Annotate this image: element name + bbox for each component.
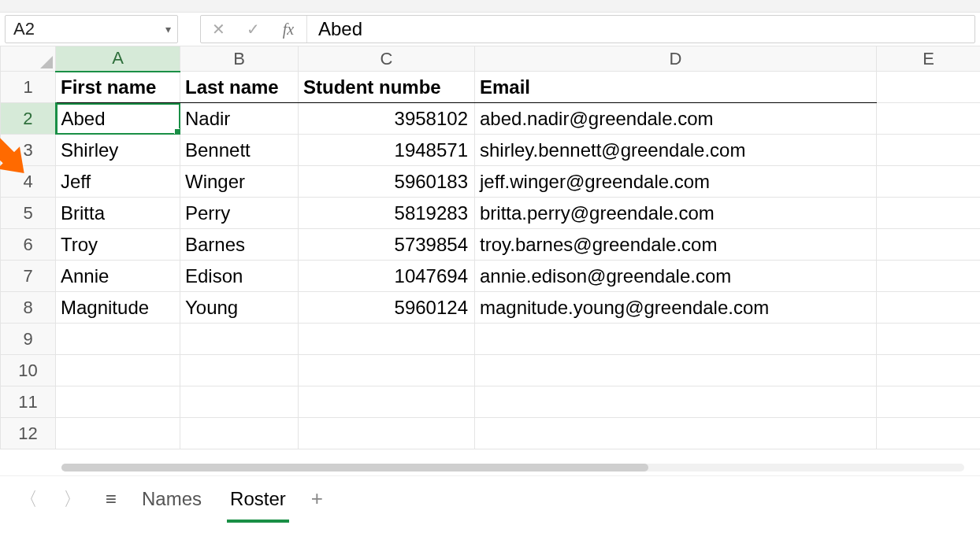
formula-input[interactable]: Abed — [307, 16, 974, 43]
cell-C11[interactable] — [299, 386, 475, 418]
cell-B12[interactable] — [180, 418, 299, 449]
plus-icon: + — [311, 486, 323, 510]
cell-E9[interactable] — [877, 324, 981, 355]
cell-D8[interactable]: magnitude.young@greendale.com — [475, 292, 877, 324]
row-header-7[interactable]: 7 — [1, 261, 56, 292]
cell-A4[interactable]: Jeff — [56, 166, 180, 198]
formula-bar: A2 ▾ ✕ ✓ fx Abed — [0, 13, 980, 46]
row-header-5[interactable]: 5 — [1, 198, 56, 229]
name-box[interactable]: A2 ▾ — [5, 15, 178, 43]
tab-label: Roster — [230, 488, 286, 509]
cell-D1[interactable]: Email — [475, 72, 877, 103]
cell-B1[interactable]: Last name — [180, 72, 299, 103]
cell-E10[interactable] — [877, 355, 981, 386]
cell-D6[interactable]: troy.barnes@greendale.com — [475, 229, 877, 261]
cell-C8[interactable]: 5960124 — [299, 292, 475, 324]
cell-D3[interactable]: shirley.bennett@greendale.com — [475, 135, 877, 166]
cell-A7[interactable]: Annie — [56, 261, 180, 292]
check-icon: ✓ — [247, 20, 260, 39]
cell-B2[interactable]: Nadir — [180, 103, 299, 135]
cell-C3[interactable]: 1948571 — [299, 135, 475, 166]
cell-E5[interactable] — [877, 198, 981, 229]
chevron-down-icon[interactable]: ▾ — [165, 23, 171, 35]
fx-icon[interactable]: fx — [270, 20, 306, 39]
cell-B3[interactable]: Bennett — [180, 135, 299, 166]
cell-D4[interactable]: jeff.winger@greendale.com — [475, 166, 877, 198]
cell-A9[interactable] — [56, 324, 180, 355]
cell-A3[interactable]: Shirley — [56, 135, 180, 166]
cell-A2[interactable]: Abed — [56, 103, 180, 135]
cell-D11[interactable] — [475, 386, 877, 418]
cell-C7[interactable]: 1047694 — [299, 261, 475, 292]
cell-E2[interactable] — [877, 103, 981, 135]
formula-input-group: ✕ ✓ fx Abed — [200, 15, 975, 43]
cell-C2[interactable]: 3958102 — [299, 103, 475, 135]
horizontal-scrollbar[interactable] — [61, 461, 964, 472]
row-header-1[interactable]: 1 — [1, 72, 56, 103]
row-header-2[interactable]: 2 — [1, 103, 56, 135]
row-header-12[interactable]: 12 — [1, 418, 56, 449]
row-header-9[interactable]: 9 — [1, 324, 56, 355]
cell-B10[interactable] — [180, 355, 299, 386]
column-header-A[interactable]: A — [56, 46, 180, 72]
select-all-corner[interactable] — [1, 46, 56, 72]
cell-A12[interactable] — [56, 418, 180, 449]
cell-A1[interactable]: First name — [56, 72, 180, 103]
cell-A11[interactable] — [56, 386, 180, 418]
all-sheets-button[interactable]: ≡ — [106, 488, 117, 510]
column-header-B[interactable]: B — [180, 46, 299, 72]
row-header-8[interactable]: 8 — [1, 292, 56, 324]
spreadsheet-grid[interactable]: A B C D E 1 First name Last name Student… — [0, 46, 980, 475]
cell-C4[interactable]: 5960183 — [299, 166, 475, 198]
cell-A5[interactable]: Britta — [56, 198, 180, 229]
row-header-6[interactable]: 6 — [1, 229, 56, 261]
next-sheet-button[interactable]: 〉 — [61, 486, 84, 512]
table-row: 10 — [1, 355, 981, 386]
cancel-button[interactable]: ✕ — [201, 16, 236, 43]
cell-C12[interactable] — [299, 418, 475, 449]
cell-A10[interactable] — [56, 355, 180, 386]
cell-A8[interactable]: Magnitude — [56, 292, 180, 324]
add-sheet-button[interactable]: + — [311, 486, 323, 511]
cell-B6[interactable]: Barnes — [180, 229, 299, 261]
cell-E7[interactable] — [877, 261, 981, 292]
tab-names[interactable]: Names — [139, 482, 205, 516]
tab-roster[interactable]: Roster — [227, 482, 289, 516]
cell-E8[interactable] — [877, 292, 981, 324]
cell-E3[interactable] — [877, 135, 981, 166]
cell-E11[interactable] — [877, 386, 981, 418]
row-header-11[interactable]: 11 — [1, 386, 56, 418]
cell-B9[interactable] — [180, 324, 299, 355]
accept-button[interactable]: ✓ — [236, 16, 270, 43]
cell-B8[interactable]: Young — [180, 292, 299, 324]
cell-D5[interactable]: britta.perry@greendale.com — [475, 198, 877, 229]
cell-D10[interactable] — [475, 355, 877, 386]
cell-D7[interactable]: annie.edison@greendale.com — [475, 261, 877, 292]
cell-D2[interactable]: abed.nadir@greendale.com — [475, 103, 877, 135]
scrollbar-thumb[interactable] — [61, 464, 648, 471]
cell-C10[interactable] — [299, 355, 475, 386]
column-header-C[interactable]: C — [299, 46, 475, 72]
cell-A6[interactable]: Troy — [56, 229, 180, 261]
cell-B5[interactable]: Perry — [180, 198, 299, 229]
row-header-10[interactable]: 10 — [1, 355, 56, 386]
sheet-tab-bar: 〈 〉 ≡ Names Roster + — [0, 475, 980, 521]
cell-B11[interactable] — [180, 386, 299, 418]
cell-E6[interactable] — [877, 229, 981, 261]
cell-B4[interactable]: Winger — [180, 166, 299, 198]
cell-D12[interactable] — [475, 418, 877, 449]
cell-E12[interactable] — [877, 418, 981, 449]
chevron-right-icon: 〉 — [63, 488, 82, 509]
cell-C1[interactable]: Student numbe — [299, 72, 475, 103]
cell-E1[interactable] — [877, 72, 981, 103]
cell-E4[interactable] — [877, 166, 981, 198]
prev-sheet-button[interactable]: 〈 — [17, 486, 39, 512]
column-header-D[interactable]: D — [475, 46, 877, 72]
cell-C6[interactable]: 5739854 — [299, 229, 475, 261]
cell-B7[interactable]: Edison — [180, 261, 299, 292]
column-header-row: A B C D E — [1, 46, 981, 72]
cell-C5[interactable]: 5819283 — [299, 198, 475, 229]
cell-D9[interactable] — [475, 324, 877, 355]
column-header-E[interactable]: E — [877, 46, 981, 72]
cell-C9[interactable] — [299, 324, 475, 355]
